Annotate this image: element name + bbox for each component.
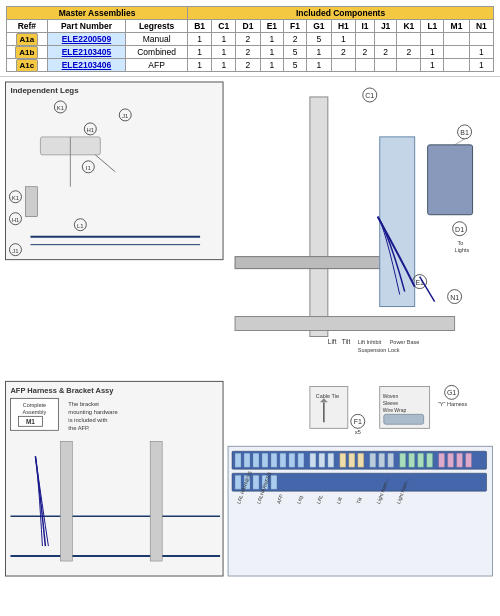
col-m1: M1 xyxy=(444,20,469,33)
pin24 xyxy=(457,453,463,467)
val-a1c-m1 xyxy=(444,59,469,72)
val-a1c-h1 xyxy=(331,59,355,72)
pin21 xyxy=(427,453,433,467)
table-row: A1a ELE2200509 Manual 1 1 2 1 2 5 1 xyxy=(7,33,494,46)
m1-label: M1 xyxy=(26,418,35,425)
tilt-label: Tilt xyxy=(342,338,351,345)
leg-component-left xyxy=(25,187,37,217)
pin7 xyxy=(289,453,295,467)
val-a1c-f1: 5 xyxy=(284,59,307,72)
pin5 xyxy=(271,453,277,467)
val-a1b-l1: 1 xyxy=(421,46,444,59)
pin22 xyxy=(439,453,445,467)
diagram-svg: Independent Legs K1 H1 J1 I1 K1 H1 L1 J1 xyxy=(0,77,500,586)
val-a1c-g1: 1 xyxy=(306,59,331,72)
val-a1a-j1 xyxy=(374,33,396,46)
to-lights-label: To xyxy=(458,240,464,246)
val-a1c-b1: 1 xyxy=(188,59,212,72)
col-j1: J1 xyxy=(374,20,396,33)
col-legrests: Legrests xyxy=(126,20,188,33)
val-a1a-n1 xyxy=(469,33,493,46)
woven-sleeve-label2: Sleeve xyxy=(383,400,398,406)
ref-badge-a1a: A1a xyxy=(16,33,39,46)
col-h1: H1 xyxy=(331,20,355,33)
col-b1: B1 xyxy=(188,20,212,33)
callout-c1-text: C1 xyxy=(365,92,374,99)
val-a1b-b1: 1 xyxy=(188,46,212,59)
f1-x5-label: x5 xyxy=(355,429,362,435)
pin19 xyxy=(409,453,415,467)
part-number-a1b[interactable]: ELE2103405 xyxy=(47,46,125,59)
val-a1a-m1 xyxy=(444,33,469,46)
val-a1b-m1 xyxy=(444,46,469,59)
diagram-area: Independent Legs K1 H1 J1 I1 K1 H1 L1 J1 xyxy=(0,76,500,586)
col-n1: N1 xyxy=(469,20,493,33)
ref-badge-a1b: A1b xyxy=(15,46,38,59)
pin4 xyxy=(262,453,268,467)
pin13 xyxy=(349,453,355,467)
legrests-a1c: AFP xyxy=(126,59,188,72)
part-number-a1c[interactable]: ELE2103406 xyxy=(47,59,125,72)
val-a1b-k1: 2 xyxy=(397,46,421,59)
part-number-a1a[interactable]: ELE2200509 xyxy=(47,33,125,46)
col-e1: E1 xyxy=(260,20,284,33)
pin18 xyxy=(400,453,406,467)
afp-note-line3: is included with xyxy=(68,417,107,423)
col-g1: G1 xyxy=(306,20,331,33)
legrests-a1b: Combined xyxy=(126,46,188,59)
callout-g1-text: G1 xyxy=(447,389,456,396)
afp-note-line1: The bracket xyxy=(68,401,99,407)
complete-assembly-label2: Assembly xyxy=(23,409,47,415)
val-a1c-n1: 1 xyxy=(469,59,493,72)
woven-sleeve-label1: Woven xyxy=(383,393,399,399)
pin17 xyxy=(388,453,394,467)
chair-back xyxy=(380,137,415,307)
col-i1: I1 xyxy=(355,20,374,33)
complete-assembly-label: Complete xyxy=(23,402,46,408)
pin2 xyxy=(244,453,250,467)
cable-tie-label: Cable Tie xyxy=(316,393,339,399)
pin1 xyxy=(235,453,241,467)
horiz-base xyxy=(235,317,455,331)
val-a1a-i1 xyxy=(355,33,374,46)
ref-badge-a1c: A1c xyxy=(16,59,39,72)
pin11 xyxy=(328,453,334,467)
pin16 xyxy=(379,453,385,467)
callout-f1-text: F1 xyxy=(354,418,362,425)
pin2-3 xyxy=(253,475,259,489)
lift-inhibit-label: Lift Inhibit xyxy=(358,339,382,345)
to-lights-label2: Lights xyxy=(455,247,470,253)
table-wrapper: Master Assemblies Included Components Re… xyxy=(0,0,500,76)
indep-legs-label: Independent Legs xyxy=(10,86,79,95)
main-frame-area xyxy=(230,87,489,376)
table-row: A1b ELE2103405 Combined 1 1 2 1 5 1 2 2 … xyxy=(7,46,494,59)
val-a1a-k1 xyxy=(397,33,421,46)
callout-j1-text: J1 xyxy=(122,113,129,119)
col-l1: L1 xyxy=(421,20,444,33)
val-a1b-d1: 2 xyxy=(236,46,260,59)
pin10 xyxy=(319,453,325,467)
seat-platform xyxy=(235,257,385,269)
val-a1c-c1: 1 xyxy=(212,59,236,72)
callout-b1-text: B1 xyxy=(460,129,469,136)
val-a1c-i1 xyxy=(355,59,374,72)
val-a1c-j1 xyxy=(374,59,396,72)
master-table: Master Assemblies Included Components Re… xyxy=(6,6,494,72)
power-base-label: Power Base xyxy=(390,339,420,345)
callout-n1-text: N1 xyxy=(450,294,459,301)
callout-j1-bottom-text: J1 xyxy=(12,248,19,254)
y-harness-label: "Y" Harness xyxy=(438,401,468,407)
val-a1c-k1 xyxy=(397,59,421,72)
pin9 xyxy=(310,453,316,467)
val-a1b-j1: 2 xyxy=(374,46,396,59)
afp-vert-bar2 xyxy=(150,441,162,561)
val-a1a-b1: 1 xyxy=(188,33,212,46)
pin2-5 xyxy=(271,475,277,489)
header-master: Master Assemblies xyxy=(7,7,188,20)
suspension-lock-label: Suspension Lock xyxy=(358,347,400,353)
val-a1b-i1: 2 xyxy=(355,46,374,59)
pin8 xyxy=(298,453,304,467)
val-a1b-c1: 1 xyxy=(212,46,236,59)
val-a1a-g1: 5 xyxy=(306,33,331,46)
pin6 xyxy=(280,453,286,467)
